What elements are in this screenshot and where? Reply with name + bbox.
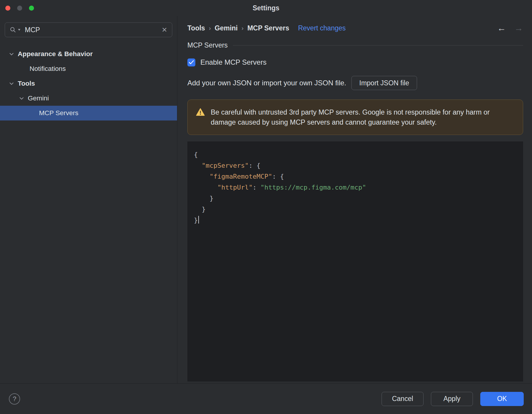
close-window-button[interactable]	[5, 6, 10, 11]
sidebar-item-gemini[interactable]: Gemini	[0, 91, 177, 106]
import-json-row: Add your own JSON or import your own JSO…	[187, 76, 523, 90]
titlebar: Settings	[0, 0, 532, 16]
settings-window: Settings ✕	[0, 0, 532, 414]
section-title: MCP Servers	[187, 41, 228, 49]
forward-arrow-icon[interactable]: →	[514, 24, 523, 32]
breadcrumb-separator: ›	[241, 25, 244, 32]
sidebar-item-mcp-servers[interactable]: MCP Servers	[0, 106, 177, 120]
back-arrow-icon[interactable]: ←	[497, 24, 506, 32]
sidebar-item-label: Tools	[18, 80, 35, 87]
warning-text: Be careful with untrusted 3rd party MCP …	[211, 107, 515, 127]
dialog-footer: ? Cancel Apply OK	[0, 383, 532, 414]
mcp-servers-section-header: MCP Servers	[187, 41, 523, 49]
ok-button[interactable]: OK	[480, 392, 524, 406]
help-button[interactable]: ?	[9, 393, 20, 405]
help-icon: ?	[13, 395, 16, 403]
section-divider	[233, 45, 523, 45]
warning-banner: Be careful with untrusted 3rd party MCP …	[187, 100, 523, 135]
main-area: ✕ Appearance & Behavior Notifications To	[0, 16, 532, 383]
sidebar-item-label: MCP Servers	[39, 109, 78, 117]
breadcrumb-separator: ›	[209, 25, 211, 32]
cancel-button[interactable]: Cancel	[382, 392, 424, 406]
check-icon	[189, 60, 194, 64]
enable-mcp-checkbox[interactable]	[187, 58, 195, 66]
window-title: Settings	[0, 4, 532, 12]
sidebar-item-label: Gemini	[28, 94, 49, 102]
sidebar-item-appearance-behavior[interactable]: Appearance & Behavior	[0, 47, 177, 61]
enable-mcp-row: Enable MCP Servers	[187, 58, 523, 66]
breadcrumb: Tools › Gemini › MCP Servers Revert chan…	[187, 24, 523, 32]
import-json-file-button[interactable]: Import JSON file	[351, 76, 417, 90]
settings-content: Tools › Gemini › MCP Servers Revert chan…	[177, 16, 532, 383]
settings-search-input[interactable]	[25, 26, 162, 34]
search-icon[interactable]	[10, 27, 21, 33]
enable-mcp-label: Enable MCP Servers	[200, 58, 267, 66]
search-box[interactable]: ✕	[5, 22, 172, 37]
warning-triangle-icon	[196, 108, 205, 117]
search-options-caret-icon	[18, 29, 21, 31]
settings-sidebar: ✕ Appearance & Behavior Notifications To	[0, 16, 177, 383]
revert-changes-link[interactable]: Revert changes	[298, 24, 346, 32]
import-json-text: Add your own JSON or import your own JSO…	[187, 79, 346, 87]
sidebar-item-label: Appearance & Behavior	[18, 50, 93, 58]
traffic-lights	[5, 6, 34, 11]
sidebar-item-tools[interactable]: Tools	[0, 76, 177, 91]
clear-search-icon[interactable]: ✕	[162, 27, 167, 33]
breadcrumb-mcp-servers[interactable]: MCP Servers	[247, 24, 289, 32]
settings-tree: Appearance & Behavior Notifications Tool…	[0, 47, 177, 120]
sidebar-item-notifications[interactable]: Notifications	[0, 61, 177, 76]
breadcrumb-tools[interactable]: Tools	[187, 24, 205, 32]
chevron-down-icon[interactable]	[18, 95, 25, 102]
minimize-window-button[interactable]	[17, 6, 22, 11]
json-editor-code: { "mcpServers": { "figmaRemoteMCP": { "h…	[194, 149, 517, 226]
json-editor[interactable]: { "mcpServers": { "figmaRemoteMCP": { "h…	[187, 141, 523, 382]
zoom-window-button[interactable]	[29, 6, 34, 11]
breadcrumb-gemini[interactable]: Gemini	[215, 24, 238, 32]
sidebar-item-label: Notifications	[30, 65, 66, 73]
chevron-down-icon[interactable]	[8, 80, 15, 87]
apply-button[interactable]: Apply	[431, 392, 473, 406]
chevron-down-icon[interactable]	[8, 51, 15, 57]
